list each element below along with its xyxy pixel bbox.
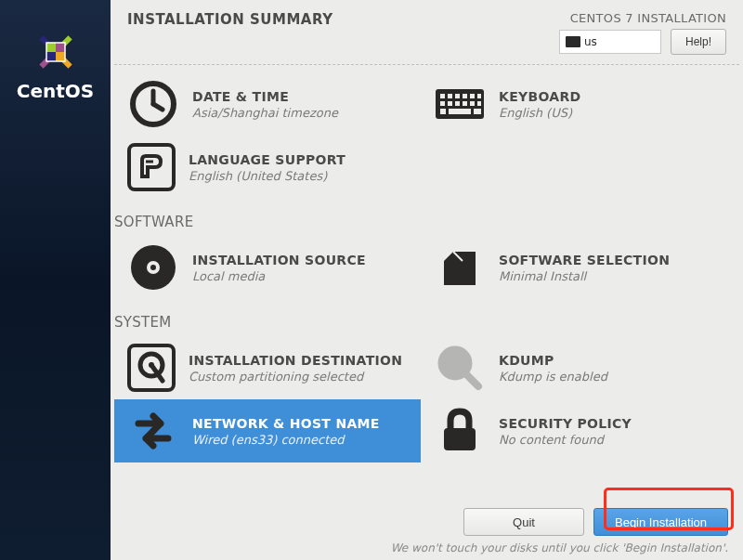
spoke-installation-source[interactable]: INSTALLATION SOURCE Local media: [114, 236, 421, 299]
svg-rect-13: [440, 94, 445, 98]
svg-rect-15: [455, 94, 460, 98]
svg-point-31: [150, 265, 156, 270]
harddisk-icon: [127, 344, 176, 392]
svg-rect-25: [440, 109, 446, 114]
svg-rect-16: [463, 94, 467, 98]
page-title: INSTALLATION SUMMARY: [127, 11, 333, 55]
spoke-subtitle: Asia/Shanghai timezone: [192, 106, 338, 120]
spoke-title: SECURITY POLICY: [499, 416, 632, 431]
spoke-subtitle: Local media: [192, 269, 366, 283]
distro-label: CENTOS 7 INSTALLATION: [570, 11, 726, 25]
brand-text: CentOS: [17, 80, 94, 102]
svg-rect-22: [463, 101, 467, 106]
sidebar: CentOS: [0, 0, 111, 560]
spoke-subtitle: Minimal Install: [499, 269, 670, 283]
svg-rect-24: [477, 101, 481, 106]
svg-rect-7: [46, 52, 56, 61]
spoke-title: DATE & TIME: [192, 89, 338, 104]
spoke-title: LANGUAGE SUPPORT: [189, 152, 345, 167]
keyboard-large-icon: [434, 78, 486, 130]
svg-rect-18: [477, 94, 481, 98]
svg-rect-6: [56, 52, 65, 61]
spoke-title: KDUMP: [499, 353, 607, 368]
spoke-title: KEYBOARD: [499, 89, 580, 104]
svg-rect-36: [444, 428, 476, 450]
spoke-title: NETWORK & HOST NAME: [192, 416, 380, 431]
disc-icon: [127, 241, 179, 293]
spoke-network-hostname[interactable]: NETWORK & HOST NAME Wired (ens33) connec…: [114, 399, 421, 462]
spoke-subtitle: Custom partitioning selected: [189, 370, 402, 384]
svg-rect-14: [448, 94, 452, 98]
header: INSTALLATION SUMMARY CENTOS 7 INSTALLATI…: [111, 0, 743, 64]
svg-rect-17: [470, 94, 475, 98]
spoke-title: INSTALLATION SOURCE: [192, 253, 366, 267]
spoke-subtitle: No content found: [499, 433, 632, 447]
svg-line-35: [465, 373, 478, 386]
footer: Quit Begin Installation We won't touch y…: [111, 501, 743, 560]
keyboard-icon: [566, 36, 580, 47]
spoke-language-support[interactable]: LANGUAGE SUPPORT English (United States): [114, 136, 421, 199]
spoke-kdump[interactable]: KDUMP Kdump is enabled: [421, 336, 727, 399]
section-title-software: SOFTWARE: [114, 214, 739, 230]
begin-installation-button[interactable]: Begin Installation: [593, 508, 728, 536]
spoke-installation-destination[interactable]: INSTALLATION DESTINATION Custom partitio…: [114, 336, 421, 399]
spoke-subtitle: Wired (ens33) connected: [192, 433, 380, 447]
spoke-title: INSTALLATION DESTINATION: [189, 353, 402, 368]
main-panel: INSTALLATION SUMMARY CENTOS 7 INSTALLATI…: [111, 0, 743, 560]
spoke-subtitle: English (US): [499, 106, 580, 120]
svg-rect-4: [46, 43, 56, 52]
quit-button[interactable]: Quit: [463, 508, 584, 536]
keyboard-layout-text: us: [584, 35, 597, 48]
keyboard-layout-indicator[interactable]: us: [559, 30, 661, 54]
svg-rect-5: [56, 43, 65, 52]
spoke-security-policy[interactable]: SECURITY POLICY No content found: [421, 399, 727, 462]
centos-logo-icon: [33, 30, 78, 74]
package-icon: [434, 241, 486, 293]
svg-rect-19: [440, 101, 445, 106]
svg-rect-20: [448, 101, 452, 106]
magnifier-icon: [434, 342, 486, 394]
spoke-subtitle: English (United States): [189, 169, 345, 183]
divider: [114, 64, 739, 65]
spoke-date-time[interactable]: DATE & TIME Asia/Shanghai timezone: [114, 72, 421, 136]
svg-line-11: [153, 104, 163, 110]
spoke-title: SOFTWARE SELECTION: [499, 253, 670, 267]
svg-rect-27: [474, 109, 481, 114]
header-right: CENTOS 7 INSTALLATION us Help!: [559, 11, 726, 55]
language-icon: [127, 143, 176, 191]
svg-rect-26: [449, 109, 471, 114]
network-arrows-icon: [127, 405, 179, 457]
content-area: DATE & TIME Asia/Shanghai timezone KEYBO…: [111, 64, 743, 501]
section-title-system: SYSTEM: [114, 314, 739, 331]
lock-icon: [434, 405, 486, 457]
svg-rect-23: [470, 101, 475, 106]
clock-icon: [127, 78, 179, 130]
spoke-keyboard[interactable]: KEYBOARD English (US): [421, 72, 727, 136]
footer-hint: We won't touch your disks until you clic…: [111, 541, 728, 554]
svg-rect-21: [455, 101, 460, 106]
spoke-software-selection[interactable]: SOFTWARE SELECTION Minimal Install: [421, 236, 727, 299]
help-button[interactable]: Help!: [671, 29, 726, 55]
spoke-subtitle: Kdump is enabled: [499, 370, 607, 384]
